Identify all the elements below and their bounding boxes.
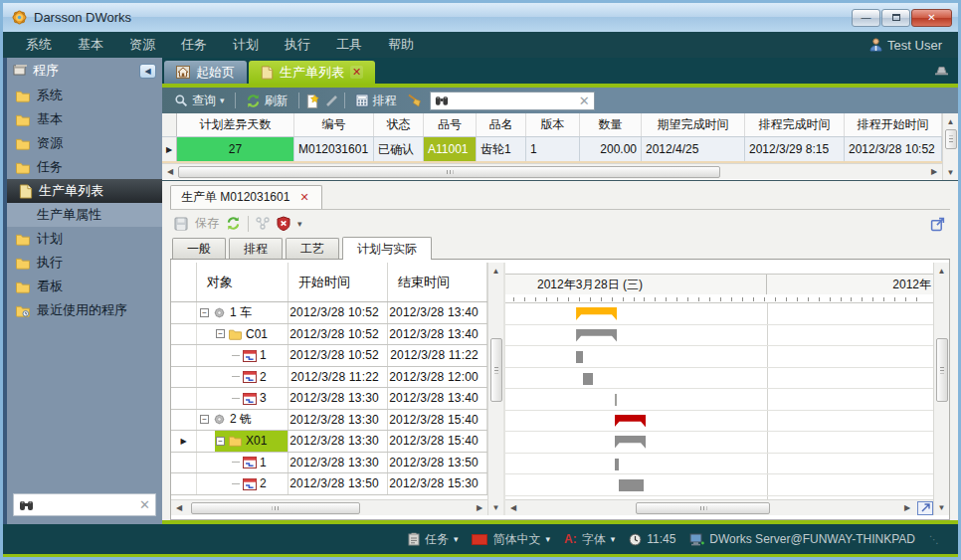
scroll-thumb[interactable] (191, 502, 360, 514)
scroll-right-icon[interactable]: ▶ (899, 500, 915, 516)
gantt-bar-task[interactable] (619, 479, 643, 491)
schedule-button[interactable]: 排程 (351, 91, 401, 111)
plan-table-row[interactable]: 12012/3/28 13:302012/3/28 13:50 (171, 453, 487, 474)
resize-grip[interactable]: ⋱ (929, 534, 940, 545)
scroll-thumb[interactable] (636, 502, 770, 514)
plan-table-row[interactable]: 22012/3/28 11:222012/3/28 12:00 (171, 367, 487, 389)
menu-tools[interactable]: 工具 (323, 36, 375, 54)
col-version[interactable]: 版本 (526, 113, 580, 136)
plan-table-row[interactable]: −1 车2012/3/28 10:522012/3/28 13:40 (171, 302, 487, 324)
scroll-down-icon[interactable]: ▼ (943, 164, 959, 180)
scroll-up-icon[interactable]: ▲ (934, 263, 950, 279)
menu-plan[interactable]: 计划 (220, 36, 272, 54)
tree-collapse-icon[interactable]: − (200, 415, 209, 424)
col-sched-start[interactable]: 排程开始时间 (845, 113, 942, 136)
plan-table-row[interactable]: 32012/3/28 13:302012/3/28 13:40 (171, 388, 487, 410)
scroll-left-icon[interactable]: ◀ (171, 500, 187, 516)
minimize-button[interactable]: — (852, 9, 880, 27)
col-sched-end[interactable]: 排程完成时间 (745, 113, 845, 136)
broom-icon[interactable] (407, 93, 422, 107)
sidebar-item-plan[interactable]: 计划 (7, 227, 162, 251)
sidebar-collapse-button[interactable]: ◀ (139, 64, 156, 79)
menu-system[interactable]: 系统 (13, 36, 65, 54)
col-start-time[interactable]: 开始时间 (288, 263, 388, 301)
shield-icon[interactable] (277, 216, 290, 231)
col-expect-end[interactable]: 期望完成时间 (642, 113, 745, 136)
scroll-thumb[interactable] (178, 166, 720, 178)
gantt-bar-summary[interactable] (576, 307, 617, 320)
sidebar-item-production-order-list[interactable]: 生产单列表 (7, 179, 162, 203)
tab-production-order-list[interactable]: 生产单列表 ✕ (249, 61, 375, 84)
toolbar-search-box[interactable]: ✕ (430, 92, 595, 110)
close-button[interactable]: ✕ (911, 9, 952, 27)
col-end-time[interactable]: 结束时间 (388, 263, 487, 301)
grid-data-row[interactable]: ▶ 27 M012031601 已确认 A11001 齿轮1 1 200.00 … (162, 137, 942, 161)
subtab-schedule[interactable]: 排程 (229, 238, 283, 259)
tab-close-icon[interactable]: ✕ (350, 66, 363, 79)
tree-collapse-icon[interactable]: − (216, 437, 225, 446)
tab-start-page[interactable]: 起始页 (164, 61, 247, 84)
subtab-general[interactable]: 一般 (172, 238, 226, 259)
scroll-thumb[interactable] (490, 338, 502, 402)
popout-icon[interactable] (930, 216, 946, 232)
sidebar-item-basic[interactable]: 基本 (7, 107, 162, 131)
refresh-button[interactable]: 刷新 (242, 91, 292, 111)
sidebar-search-input[interactable] (38, 498, 135, 512)
col-status[interactable]: 状态 (374, 113, 424, 136)
scroll-down-icon[interactable]: ▼ (934, 499, 950, 515)
gantt-popout-icon[interactable] (917, 501, 933, 515)
scroll-right-icon[interactable]: ▶ (472, 500, 487, 516)
menu-task[interactable]: 任务 (168, 36, 220, 54)
menu-basic[interactable]: 基本 (65, 36, 116, 54)
status-task-menu[interactable]: 任务 ▾ (408, 531, 459, 548)
plan-table-vscrollbar[interactable]: ▲ ▼ (487, 263, 503, 515)
col-item-no[interactable]: 品号 (424, 113, 477, 136)
sidebar-search-box[interactable]: ✕ (13, 493, 156, 516)
col-object[interactable]: 对象 (197, 263, 288, 301)
col-plan-diff[interactable]: 计划差异天数 (177, 113, 294, 136)
gantt-bar-task[interactable] (615, 459, 620, 470)
sidebar-item-execute[interactable]: 执行 (7, 251, 162, 275)
refresh-icon[interactable] (226, 216, 241, 231)
col-qty[interactable]: 数量 (580, 113, 642, 136)
menu-resource[interactable]: 资源 (116, 36, 168, 54)
sidebar-item-system[interactable]: 系统 (7, 84, 162, 107)
gantt-bar-summary[interactable] (576, 329, 617, 342)
col-item-name[interactable]: 品名 (477, 113, 526, 136)
tree-collapse-icon[interactable]: − (200, 308, 209, 317)
gantt-bar-task[interactable] (583, 373, 592, 385)
subtab-plan-vs-actual[interactable]: 计划与实际 (342, 237, 432, 260)
status-font-menu[interactable]: A: 字体 ▾ (564, 531, 615, 548)
plan-table-row[interactable]: 22012/3/28 13:502012/3/28 15:30 (171, 473, 487, 495)
sidebar-item-task[interactable]: 任务 (7, 155, 162, 179)
scroll-up-icon[interactable]: ▲ (488, 263, 504, 279)
status-language-menu[interactable]: 简体中文 ▾ (472, 531, 550, 548)
toolbar-search-input[interactable] (453, 93, 575, 107)
plan-table-hscrollbar[interactable]: ◀ ▶ (171, 499, 487, 515)
toolbar-search-clear-icon[interactable]: ✕ (579, 93, 590, 108)
sidebar-search-clear-icon[interactable]: ✕ (139, 497, 150, 512)
new-document-icon[interactable] (305, 93, 319, 108)
sidebar-item-board[interactable]: 看板 (7, 275, 162, 298)
gantt-bar-task[interactable] (615, 394, 618, 406)
scroll-left-icon[interactable]: ◀ (505, 500, 521, 516)
scroll-thumb[interactable] (936, 338, 948, 402)
chevron-down-icon[interactable]: ▾ (297, 219, 302, 229)
gantt-vscrollbar[interactable]: ▲ ▼ (933, 263, 949, 515)
plan-table-row[interactable]: −2 铣2012/3/28 13:302012/3/28 15:40 (171, 410, 487, 432)
gantt-hscrollbar[interactable]: ◀ ▶ (505, 499, 933, 515)
menu-help[interactable]: 帮助 (375, 36, 427, 54)
sidebar-item-recent-programs[interactable]: 最近使用的程序 (7, 298, 162, 322)
plan-table-row[interactable]: −C012012/3/28 10:522012/3/28 13:40 (171, 324, 487, 346)
sidebar-item-production-order-props[interactable]: 生产单属性 (7, 203, 162, 227)
subtab-process[interactable]: 工艺 (286, 238, 339, 259)
gantt-bar-task[interactable] (576, 351, 583, 363)
user-box[interactable]: Test User (869, 38, 948, 53)
grid-hscrollbar[interactable]: ◀ ▶ (162, 163, 942, 179)
doc-tab-production-order[interactable]: 生产单 M012031601 ✕ (170, 185, 322, 209)
plan-table-row[interactable]: 12012/3/28 10:522012/3/28 11:22 (171, 345, 487, 367)
scroll-right-icon[interactable]: ▶ (926, 164, 942, 180)
pin-icon[interactable] (934, 65, 948, 76)
gantt-bar-summary[interactable] (615, 436, 647, 449)
query-button[interactable]: 查询 ▾ (170, 91, 229, 111)
